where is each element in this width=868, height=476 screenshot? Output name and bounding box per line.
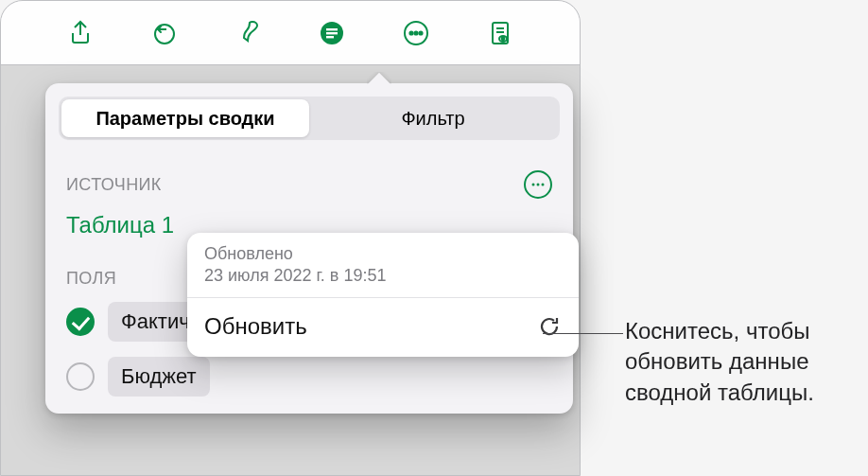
svg-point-13 (537, 184, 540, 186)
field-chip[interactable]: Бюджет (108, 357, 210, 397)
refresh-icon (537, 314, 562, 339)
popover-arrow (367, 72, 391, 84)
toolbar (1, 1, 580, 65)
callout-leader-line (543, 333, 623, 334)
svg-point-8 (419, 31, 422, 34)
doc-view-icon[interactable] (482, 15, 518, 51)
checkbox-off-icon[interactable] (66, 362, 95, 391)
refresh-updated-time: 23 июля 2022 г. в 19:51 (204, 266, 562, 286)
source-label: ИСТОЧНИК (66, 175, 162, 195)
field-row[interactable]: Бюджет (45, 349, 573, 404)
svg-point-14 (542, 184, 545, 186)
refresh-updated-label: Обновлено (204, 244, 562, 264)
source-more-button[interactable] (524, 170, 552, 199)
svg-rect-2 (326, 28, 338, 30)
svg-rect-3 (326, 32, 338, 34)
undo-icon[interactable] (147, 15, 182, 51)
checkbox-on-icon[interactable] (66, 308, 95, 336)
svg-point-12 (532, 184, 535, 186)
tab-group: Параметры сводки Фильтр (59, 97, 560, 140)
refresh-button-label: Обновить (204, 313, 307, 340)
tab-summary[interactable]: Параметры сводки (61, 99, 309, 137)
svg-point-6 (409, 31, 412, 34)
refresh-panel: Обновлено 23 июля 2022 г. в 19:51 Обнови… (187, 233, 579, 357)
pivot-options-popover: Параметры сводки Фильтр ИСТОЧНИК Таблица… (45, 83, 573, 414)
svg-point-11 (501, 37, 504, 40)
refresh-updated-info: Обновлено 23 июля 2022 г. в 19:51 (187, 233, 579, 298)
svg-point-0 (155, 25, 174, 44)
source-section-header: ИСТОЧНИК (45, 150, 573, 204)
pivot-icon[interactable] (314, 15, 350, 51)
svg-rect-4 (326, 36, 334, 38)
format-brush-icon[interactable] (231, 15, 267, 51)
share-icon[interactable] (62, 15, 98, 51)
tab-filter[interactable]: Фильтр (309, 99, 557, 137)
more-icon[interactable] (398, 15, 434, 51)
refresh-button[interactable]: Обновить (187, 298, 579, 357)
svg-point-7 (414, 31, 417, 34)
callout-text: Коснитесь, чтобы обновить данные сводной… (625, 316, 861, 408)
